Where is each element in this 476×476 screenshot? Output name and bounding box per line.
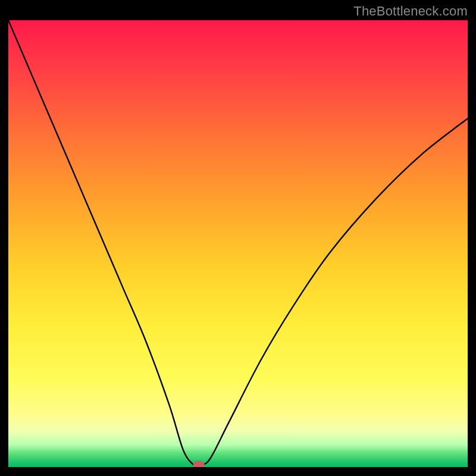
optimal-point-marker <box>193 461 205 467</box>
watermark-text: TheBottleneck.com <box>353 4 468 19</box>
bottleneck-curve <box>8 20 468 467</box>
chart-frame <box>8 20 468 467</box>
